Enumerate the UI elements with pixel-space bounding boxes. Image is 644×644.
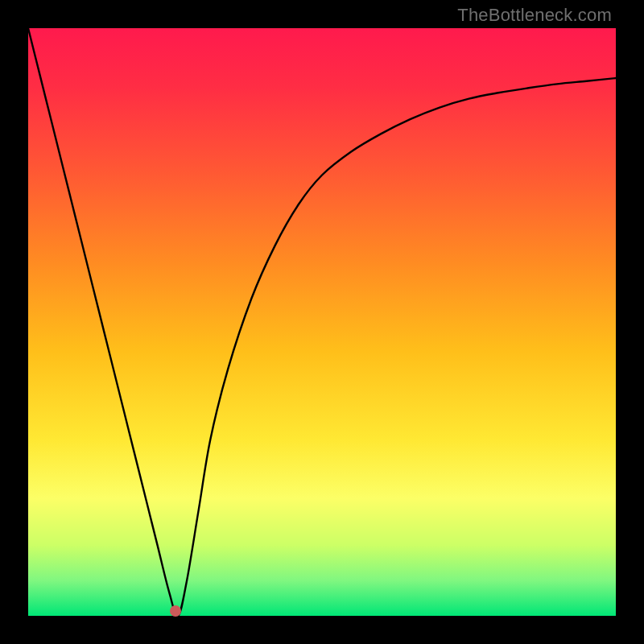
watermark-text: TheBottleneck.com [457, 5, 612, 26]
chart-frame [28, 28, 616, 616]
optimum-marker [170, 605, 181, 617]
plot-area [28, 28, 616, 616]
bottleneck-curve [28, 28, 616, 616]
